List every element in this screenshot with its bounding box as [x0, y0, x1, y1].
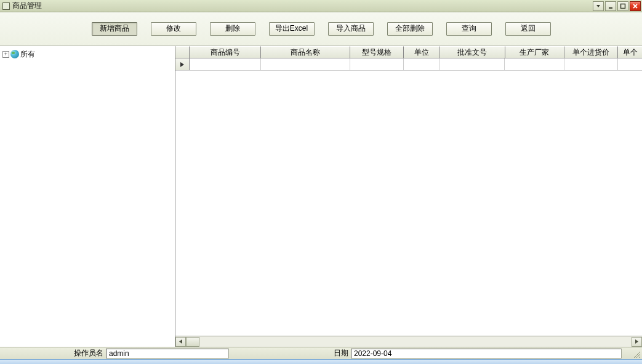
main-area: + 所有 商品编号 商品名称 型号规格 单位 批准文号 生产厂家 单个进货价 单…: [0, 46, 642, 347]
close-button[interactable]: [630, 1, 641, 11]
grid-header: 商品编号 商品名称 型号规格 单位 批准文号 生产厂家 单个进货价 单个: [175, 46, 642, 58]
titlebar-left: 商品管理: [0, 1, 42, 11]
product-grid-panel: 商品编号 商品名称 型号规格 单位 批准文号 生产厂家 单个进货价 单个: [175, 46, 642, 347]
status-operator-section: 操作员名 admin: [74, 348, 229, 358]
svg-marker-6: [179, 339, 182, 344]
col-product-name[interactable]: 商品名称: [261, 46, 350, 58]
cell-approval-number[interactable]: [439, 58, 505, 70]
col-approval-number[interactable]: 批准文号: [439, 46, 505, 58]
cell-model-spec[interactable]: [350, 58, 404, 70]
category-tree-panel: + 所有: [0, 46, 175, 347]
cell-unit-purchase-price[interactable]: [564, 58, 618, 70]
globe-icon: [10, 50, 19, 58]
window-controls: [593, 1, 642, 11]
scroll-right-button[interactable]: [632, 337, 642, 347]
delete-all-button[interactable]: 全部删除: [387, 22, 433, 36]
minimize-button[interactable]: [605, 1, 616, 11]
window-title: 商品管理: [12, 1, 42, 11]
edit-button[interactable]: 修改: [151, 22, 196, 36]
col-manufacturer[interactable]: 生产厂家: [505, 46, 565, 58]
tree-root-label: 所有: [20, 49, 35, 60]
status-date-section: 日期 2022-09-04: [334, 348, 622, 358]
table-row[interactable]: [175, 58, 642, 71]
date-value: 2022-09-04: [351, 349, 622, 358]
taskbar-edge: [0, 359, 642, 364]
col-model-spec[interactable]: 型号规格: [350, 46, 404, 58]
svg-marker-7: [635, 339, 638, 344]
scrollbar-track[interactable]: [186, 337, 632, 347]
add-product-button[interactable]: 新增商品: [92, 22, 137, 36]
resize-grip-icon[interactable]: [632, 350, 641, 358]
cell-product-code[interactable]: [190, 58, 261, 70]
operator-value: admin: [106, 349, 229, 358]
maximize-button[interactable]: [617, 1, 628, 11]
horizontal-scrollbar: [175, 336, 642, 347]
scroll-left-button[interactable]: [175, 337, 186, 347]
date-label: 日期: [334, 348, 348, 358]
svg-marker-5: [180, 62, 184, 67]
export-excel-button[interactable]: 导出Excel: [269, 22, 315, 36]
app-icon: [2, 2, 10, 10]
cell-product-name[interactable]: [261, 58, 350, 70]
operator-label: 操作员名: [74, 348, 103, 358]
cell-unit-partial[interactable]: [618, 58, 642, 70]
col-unit-partial[interactable]: 单个: [618, 46, 642, 58]
scrollbar-thumb[interactable]: [186, 337, 199, 347]
query-button[interactable]: 查询: [446, 22, 492, 36]
window-titlebar: 商品管理: [0, 0, 642, 12]
tree-root-item[interactable]: + 所有: [2, 49, 172, 60]
back-button[interactable]: 返回: [505, 22, 551, 36]
svg-rect-2: [621, 4, 625, 8]
col-unit-purchase-price[interactable]: 单个进货价: [564, 46, 618, 58]
toolbar: 新增商品 修改 删除 导出Excel 导入商品 全部删除 查询 返回: [0, 12, 642, 46]
import-product-button[interactable]: 导入商品: [328, 22, 374, 36]
grid-body[interactable]: [175, 58, 642, 336]
col-product-code[interactable]: 商品编号: [190, 46, 261, 58]
current-row-indicator-icon: [175, 58, 190, 70]
delete-button[interactable]: 删除: [210, 22, 255, 36]
svg-marker-0: [596, 5, 600, 7]
minimize-button-secondary[interactable]: [593, 1, 604, 11]
cell-manufacturer[interactable]: [505, 58, 564, 70]
svg-rect-1: [609, 7, 612, 9]
tree-expander-icon[interactable]: +: [2, 51, 9, 58]
svg-line-10: [639, 357, 640, 358]
status-bar: 操作员名 admin 日期 2022-09-04: [0, 347, 642, 359]
col-unit[interactable]: 单位: [404, 46, 439, 58]
cell-unit[interactable]: [404, 58, 439, 70]
row-indicator-header: [175, 46, 190, 58]
